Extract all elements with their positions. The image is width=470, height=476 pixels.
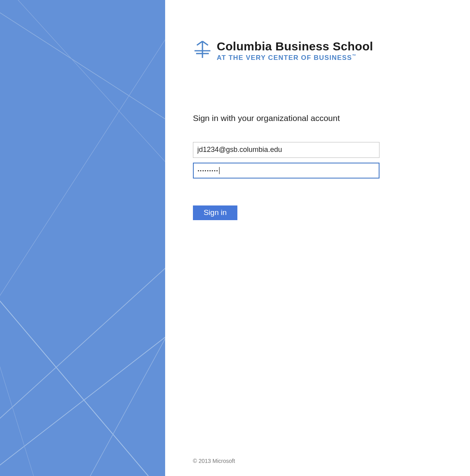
tagline-text: AT THE VERY CENTER OF BUSINESS: [217, 54, 352, 61]
svg-line-12: [197, 41, 202, 45]
svg-rect-0: [0, 0, 165, 476]
signin-button[interactable]: Sign in: [193, 205, 237, 220]
password-input[interactable]: •••••••••: [193, 163, 379, 178]
footer-copyright: © 2013 Microsoft: [193, 458, 235, 464]
columbia-logo-icon: [193, 40, 212, 61]
text-cursor: [219, 167, 220, 174]
logo-tagline: AT THE VERY CENTER OF BUSINESS™: [217, 54, 373, 62]
login-panel: Columbia Business School AT THE VERY CEN…: [165, 0, 470, 476]
svg-line-13: [202, 41, 208, 45]
decorative-left-panel: [0, 0, 165, 476]
logo-title: Columbia Business School: [217, 40, 373, 53]
tagline-trademark: ™: [352, 54, 356, 58]
logo-block: Columbia Business School AT THE VERY CEN…: [193, 40, 442, 62]
signin-heading: Sign in with your organizational account: [193, 113, 442, 123]
username-input[interactable]: [193, 142, 379, 158]
password-mask: •••••••••: [198, 168, 219, 173]
